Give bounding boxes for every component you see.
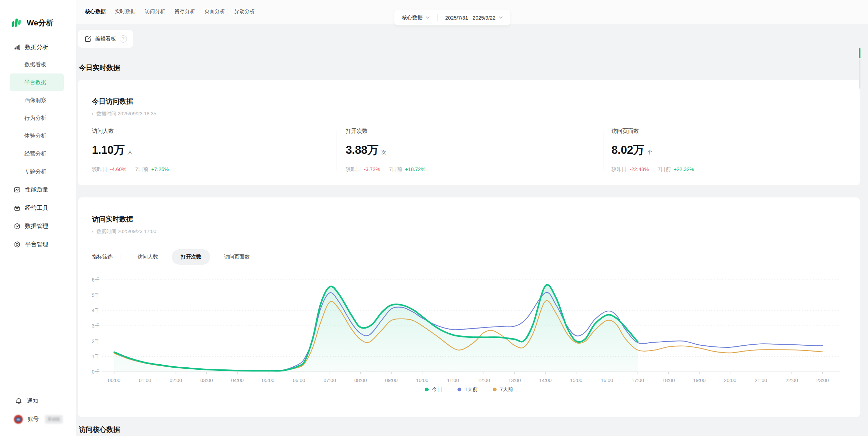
- section-title-today-realtime: 今日实时数据: [79, 63, 120, 72]
- sidebar-item-operation-tools[interactable]: 经营工具: [0, 199, 76, 217]
- svg-text:00:00: 00:00: [108, 378, 120, 383]
- section-title-visit-core: 访问核心数据: [79, 425, 120, 434]
- svg-text:19:00: 19:00: [693, 378, 705, 383]
- sidebar-item-experience-analysis[interactable]: 体验分析: [10, 127, 64, 145]
- delta-label: 7日前: [658, 166, 671, 172]
- legend-item-0[interactable]: 今日: [425, 386, 442, 393]
- svg-text:0千: 0千: [92, 369, 99, 375]
- delta-value: +7.25%: [151, 166, 169, 172]
- legend-dot-icon: [425, 388, 429, 391]
- edit-board-button[interactable]: 编辑看板 ?: [78, 30, 133, 48]
- stat-label: 访问页面数: [611, 128, 694, 135]
- svg-text:05:00: 05:00: [262, 378, 274, 383]
- delta-value: -3.72%: [364, 166, 380, 172]
- metric-chip-visitors[interactable]: 访问人数: [129, 249, 167, 265]
- delta-label: 较昨日: [346, 166, 361, 172]
- metric-chip-pages[interactable]: 访问页面数: [215, 249, 259, 265]
- stat-deltas: 较昨日-4.60%7日前+7.25%: [92, 166, 169, 173]
- svg-text:18:00: 18:00: [662, 378, 675, 383]
- avatar: [14, 415, 23, 424]
- sidebar-item-profile-insight[interactable]: 画像洞察: [10, 91, 64, 109]
- tab-core-data[interactable]: 核心数据: [85, 8, 106, 15]
- sidebar-item-topic-analysis[interactable]: 专题分析: [10, 163, 64, 181]
- dot-icon: [92, 113, 93, 115]
- svg-text:13:00: 13:00: [508, 378, 521, 383]
- realtime-line-chart: 0千1千2千3千4千5千6千00:0001:0002:0003:0004:000…: [78, 269, 860, 388]
- stat-label: 访问人数: [92, 128, 169, 135]
- delta-label: 7日前: [135, 166, 148, 172]
- sidebar-item-operation-analysis[interactable]: 经营分析: [10, 145, 64, 163]
- delta-value: -22.48%: [630, 166, 649, 172]
- sidebar-item-performance-quality[interactable]: 性能质量: [0, 181, 76, 199]
- realtime-visit-card: 访问实时数据 数据时间 2025/09/23 17:00 指标筛选 访问人数打开…: [78, 197, 860, 417]
- column-divider: [604, 130, 604, 171]
- metric-chip-opens[interactable]: 打开次数: [172, 249, 210, 265]
- stat-unit: 人: [128, 149, 133, 155]
- svg-text:3千: 3千: [92, 323, 99, 329]
- data-time: 数据时间 2025/09/23 17:00: [92, 228, 156, 235]
- brand-logo[interactable]: We分析: [10, 17, 54, 29]
- metric-filter-row: 指标筛选 访问人数打开次数访问页面数: [92, 249, 263, 265]
- sidebar-item-data-board[interactable]: 数据看板: [10, 56, 64, 73]
- svg-text:12:00: 12:00: [477, 378, 490, 383]
- stat-deltas: 较昨日-3.72%7日前+18.72%: [346, 166, 426, 173]
- chart-legend: 今日1天前7天前: [78, 386, 860, 393]
- svg-text:10:00: 10:00: [416, 378, 428, 383]
- svg-text:1千: 1千: [92, 354, 99, 359]
- svg-text:06:00: 06:00: [293, 378, 305, 383]
- tab-visit-analysis[interactable]: 访问分析: [145, 8, 165, 15]
- app-root: We分析 数据分析数据看板平台数据画像洞察行为分析体验分析经营分析专题分析性能质…: [0, 0, 868, 436]
- legend-item-2[interactable]: 7天前: [493, 386, 513, 393]
- svg-text:15:00: 15:00: [570, 378, 582, 383]
- delta-label: 7日前: [389, 166, 402, 172]
- tab-anomaly-analysis[interactable]: 异动分析: [234, 8, 255, 15]
- legend-dot-icon: [493, 388, 497, 391]
- chevron-down-icon: [426, 16, 430, 19]
- sidebar-item-platform-management[interactable]: 平台管理: [0, 235, 76, 253]
- bar-chart-icon: [14, 44, 21, 50]
- svg-text:08:00: 08:00: [354, 378, 367, 383]
- edit-board-label: 编辑看板: [95, 36, 116, 42]
- toolbox-icon: [14, 205, 21, 211]
- svg-text:4千: 4千: [92, 308, 99, 313]
- svg-text:17:00: 17:00: [631, 378, 644, 383]
- vertical-divider: [120, 254, 120, 260]
- sidebar-item-platform-data[interactable]: 平台数据: [10, 73, 64, 91]
- scrollbar-thumb[interactable]: [859, 48, 860, 58]
- sidebar-item-behavior-analysis[interactable]: 行为分析: [10, 109, 64, 127]
- card-title-realtime-visit: 访问实时数据: [92, 215, 133, 224]
- stat-unit: 次: [381, 149, 387, 155]
- metric-filter-value: 核心数据: [402, 14, 423, 21]
- delta-label: 较昨日: [92, 166, 107, 172]
- svg-text:07:00: 07:00: [323, 378, 336, 383]
- svg-text:5千: 5千: [92, 292, 99, 298]
- svg-text:14:00: 14:00: [539, 378, 551, 383]
- stat-unit: 个: [647, 149, 652, 155]
- date-range-dropdown[interactable]: 2025/7/31 - 2025/9/22: [445, 15, 503, 21]
- tab-page-analysis[interactable]: 页面分析: [204, 8, 225, 15]
- legend-item-1[interactable]: 1天前: [457, 386, 478, 393]
- stat-deltas: 较昨日-22.48%7日前+22.32%: [611, 166, 694, 173]
- metric-filter-dropdown[interactable]: 核心数据: [402, 14, 430, 21]
- sidebar-item-account[interactable]: 账号 基础版: [0, 412, 76, 427]
- metric-filter-label: 指标筛选: [92, 254, 112, 260]
- svg-text:21:00: 21:00: [755, 378, 767, 383]
- svg-text:22:00: 22:00: [785, 378, 798, 383]
- sidebar-group-data-analysis[interactable]: 数据分析: [0, 38, 76, 56]
- sidebar-item-notifications[interactable]: 通知: [0, 393, 76, 409]
- stat-visitors: 访问人数1.10万人较昨日-4.60%7日前+7.25%: [92, 128, 169, 173]
- stat-value: 3.88万次: [346, 142, 426, 158]
- help-icon[interactable]: ?: [120, 35, 127, 43]
- brand-logo-icon: [10, 17, 23, 29]
- sidebar-item-data-management[interactable]: 数据管理: [0, 217, 76, 235]
- account-label: 账号: [28, 416, 39, 423]
- svg-text:16:00: 16:00: [601, 378, 613, 383]
- date-range-value: 2025/7/31 - 2025/9/22: [445, 15, 496, 21]
- tab-realtime-data[interactable]: 实时数据: [115, 8, 135, 15]
- bell-icon: [15, 398, 22, 405]
- card-title-today-visit: 今日访问数据: [92, 97, 133, 106]
- scrollbar-track[interactable]: [859, 59, 860, 89]
- data-time: 数据时间 2025/09/23 18:35: [92, 111, 156, 117]
- tab-retention-analysis[interactable]: 留存分析: [175, 8, 195, 15]
- svg-text:23:00: 23:00: [816, 378, 829, 383]
